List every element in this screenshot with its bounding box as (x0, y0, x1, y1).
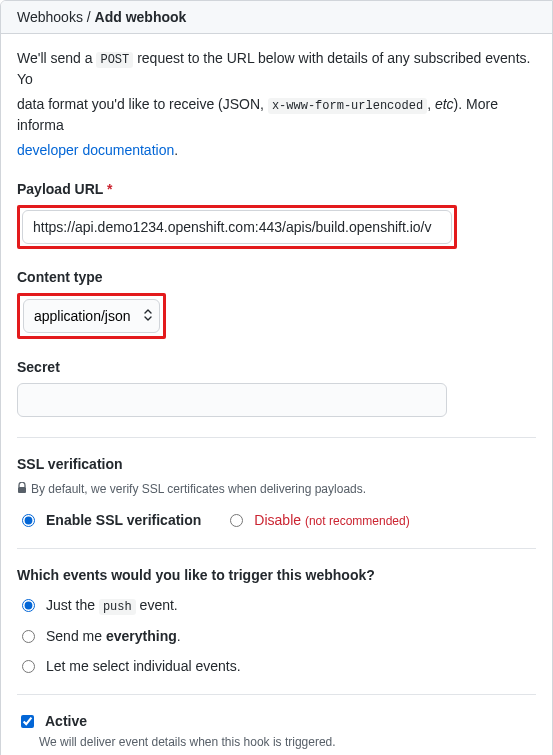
secret-input[interactable] (17, 383, 447, 417)
form-body: We'll send a POST request to the URL bel… (1, 34, 552, 755)
divider (17, 437, 536, 438)
secret-field: Secret (17, 359, 536, 417)
ssl-enable-radio[interactable] (22, 514, 35, 527)
content-type-select[interactable]: application/json (23, 299, 160, 333)
post-code: POST (96, 52, 133, 68)
events-everything-radio[interactable] (22, 630, 35, 643)
ssl-section: SSL verification By default, we verify S… (17, 456, 536, 528)
events-section: Which events would you like to trigger t… (17, 567, 536, 674)
ssl-disable-radio[interactable] (230, 514, 243, 527)
breadcrumb-current: Add webhook (95, 9, 187, 25)
highlight-box (17, 205, 457, 249)
ssl-enable-option[interactable]: Enable SSL verification (17, 512, 201, 528)
divider (17, 694, 536, 695)
lock-icon (17, 481, 27, 493)
breadcrumb: Webhooks / Add webhook (1, 1, 552, 34)
events-everything-option[interactable]: Send me everything. (17, 628, 536, 644)
intro-text-2: data format you'd like to receive (JSON,… (17, 94, 536, 136)
ssl-title: SSL verification (17, 456, 536, 472)
divider (17, 548, 536, 549)
intro-link-line: developer documentation. (17, 140, 536, 161)
events-title: Which events would you like to trigger t… (17, 567, 536, 583)
content-type-field: Content type application/json (17, 269, 536, 339)
payload-url-input[interactable] (22, 210, 452, 244)
events-individual-option[interactable]: Let me select individual events. (17, 658, 536, 674)
events-just-push-option[interactable]: Just the push event. (17, 597, 536, 614)
breadcrumb-parent[interactable]: Webhooks (17, 9, 83, 25)
webhook-panel: Webhooks / Add webhook We'll send a POST… (0, 0, 553, 755)
developer-docs-link[interactable]: developer documentation (17, 142, 174, 158)
intro-text: We'll send a POST request to the URL bel… (17, 48, 536, 90)
required-asterisk: * (107, 181, 112, 197)
active-option[interactable]: Active (17, 713, 536, 731)
breadcrumb-sep: / (83, 9, 95, 25)
secret-label: Secret (17, 359, 536, 375)
active-desc: We will deliver event details when this … (39, 733, 536, 751)
events-individual-radio[interactable] (22, 660, 35, 673)
highlight-box: application/json (17, 293, 166, 339)
events-just-push-radio[interactable] (22, 599, 35, 612)
payload-url-label: Payload URL * (17, 181, 536, 197)
content-type-label: Content type (17, 269, 536, 285)
payload-url-field: Payload URL * (17, 181, 536, 249)
ssl-disable-option[interactable]: Disable (not recommended) (225, 512, 409, 528)
active-section: Active We will deliver event details whe… (17, 713, 536, 751)
push-code: push (99, 599, 136, 615)
ssl-note: By default, we verify SSL certificates w… (17, 480, 536, 498)
svg-rect-0 (18, 487, 26, 493)
active-checkbox[interactable] (21, 715, 34, 728)
encoding-code: x-www-form-urlencoded (268, 98, 427, 114)
